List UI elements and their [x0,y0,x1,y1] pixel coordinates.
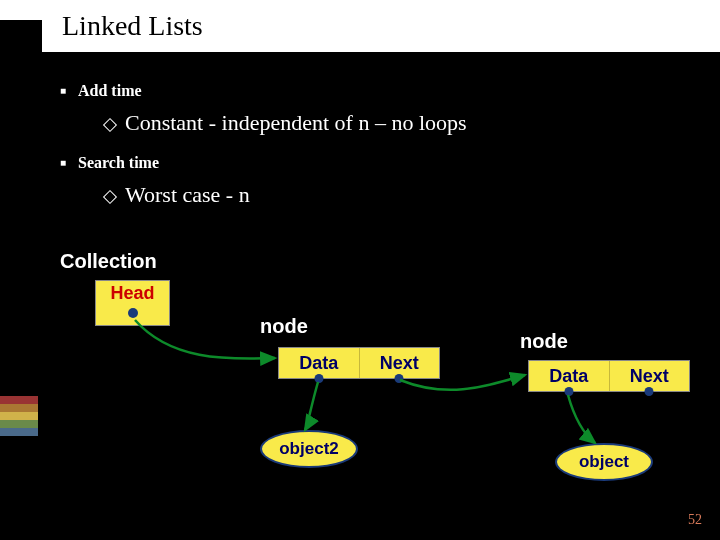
bullet-add-time-detail: Constant - independent of n – no loops [105,110,720,136]
object2-ellipse: object2 [260,430,358,468]
node1-box: Data Next [278,347,440,379]
collection-label: Collection [60,250,157,273]
pointer-dot-icon [314,374,323,383]
pointer-dot-icon [564,387,573,396]
page-title: Linked Lists [0,0,720,52]
page-number: 52 [688,512,702,528]
head-label: Head [110,283,154,304]
bullet-search-time: Search time [60,154,720,172]
bullet-add-time: Add time [60,82,720,100]
node1-data-cell: Data [279,348,360,378]
node2-next-cell: Next [610,361,690,391]
bullet-search-time-detail: Worst case - n [105,182,720,208]
node1-label: node [260,315,308,338]
node2-box: Data Next [528,360,690,392]
node2-data-cell: Data [529,361,610,391]
head-box: Head [95,280,170,326]
node1-next-cell: Next [360,348,440,378]
pointer-dot-icon [645,387,654,396]
node2-label: node [520,330,568,353]
object-ellipse: object [555,443,653,481]
linked-list-diagram: Collection Head node Data Next node Data… [0,250,720,510]
pointer-dot-icon [395,374,404,383]
head-pointer-icon [128,308,138,318]
